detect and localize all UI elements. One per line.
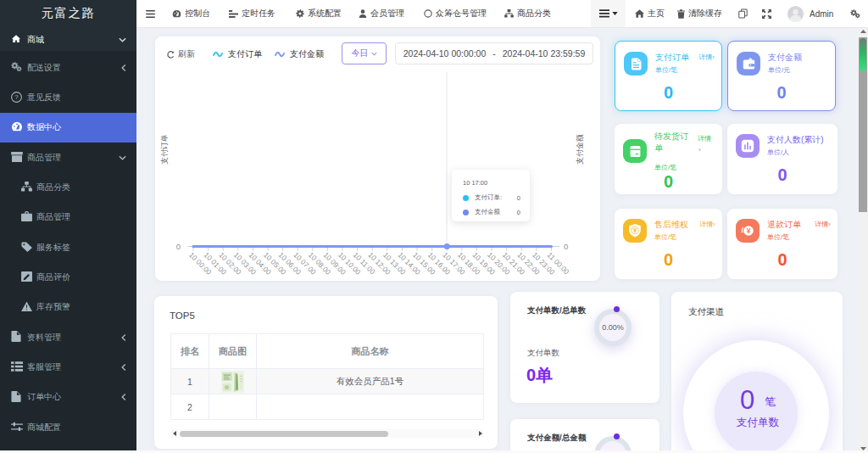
svg-text:支付金额: 支付金额 bbox=[576, 134, 584, 165]
svg-text:¥: ¥ bbox=[747, 226, 751, 235]
svg-text:支付订单: 支付订单 bbox=[160, 134, 169, 165]
svg-text:0: 0 bbox=[176, 242, 181, 251]
svg-text:?: ? bbox=[14, 93, 19, 101]
svg-text:0: 0 bbox=[564, 242, 568, 251]
